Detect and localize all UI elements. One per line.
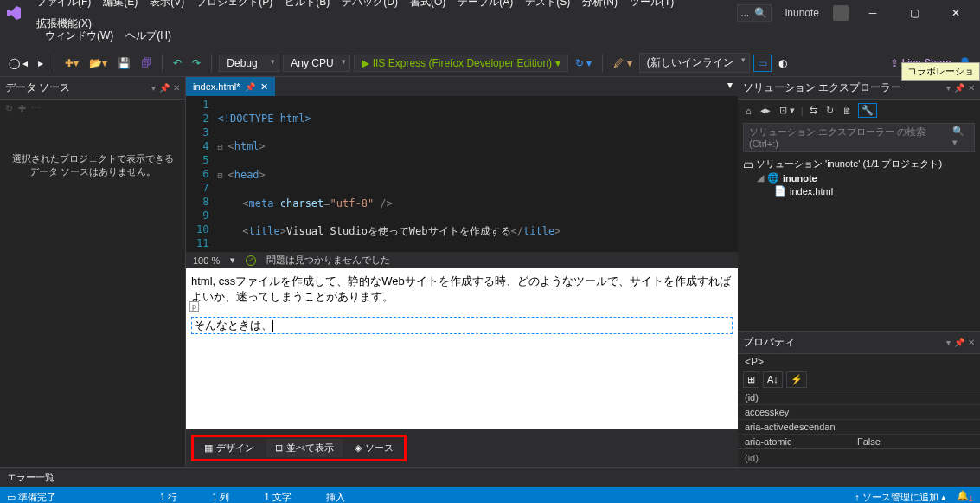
events-icon[interactable]: ⚡ [786,371,807,388]
property-description: (id) [738,448,980,467]
pin-icon[interactable]: 📌 [159,83,170,93]
menu-project[interactable]: プロジェクト(P) [191,0,278,12]
collapse-icon[interactable]: ◂▸ [758,104,773,117]
dropdown-icon[interactable]: ▾ [946,83,951,93]
tab-close-icon[interactable]: ✕ [260,81,268,93]
preview-paragraph-2-selected[interactable]: そんなときは、 [191,317,733,334]
status-char: 1 文字 [264,491,291,504]
element-tag-badge: p [189,301,199,312]
refresh-icon[interactable]: ↻ [823,104,836,117]
zoom-level[interactable]: 100 % [193,255,220,266]
categorized-icon[interactable]: ⊞ [743,371,759,388]
tab-index-html[interactable]: index.html* 📌 ✕ [186,77,275,96]
redo-button[interactable]: ↷ [189,55,204,71]
editor-area: index.html* 📌 ✕ ▾ 123456789101112 <!DOCT… [186,77,738,467]
undo-button[interactable]: ↶ [170,55,185,71]
quick-launch-search[interactable]: ... 🔍 [737,4,772,22]
globe-icon: 🌐 [767,172,779,184]
refresh-icon[interactable]: ↻ [5,103,13,114]
properties-panel: プロパティ ▾📌✕ <P> ⊞ A↓ ⚡ (id) accesskey aria… [738,331,980,467]
window-maximize-button[interactable]: ▢ [897,3,932,24]
solution-platform-combo[interactable]: Any CPU [283,55,349,72]
status-ready: ▭ 準備完了 [7,491,56,504]
dropdown-icon[interactable]: ▾ [946,338,951,347]
more-icon[interactable]: ⋯ [31,103,41,114]
data-sources-toolbar: ↻ ✚ ⋯ [0,100,185,118]
titlebar: ファイル(F) 編集(E) 表示(V) プロジェクト(P) ビルド(B) デバッ… [0,0,980,26]
nav-back-button[interactable]: ◯ ◂ [5,55,31,71]
user-avatar-icon[interactable] [833,5,849,21]
menu-debug[interactable]: デバッグ(D) [336,0,403,12]
signed-in-user[interactable]: inunote [785,7,819,19]
solution-search-input[interactable]: ソリューション エクスプローラー の検索 (Ctrl+:)🔍▾ [743,123,975,152]
properties-selection[interactable]: <P> [738,354,980,370]
new-project-button[interactable]: ✚▾ [61,55,82,71]
menu-tools[interactable]: ツール(T) [625,0,679,12]
collab-tooltip: コラボレーショ [901,62,980,81]
menu-build[interactable]: ビルド(B) [279,0,335,12]
vs-logo-icon [7,6,21,20]
scope-icon[interactable]: ⊡ ▾ [777,104,797,117]
code-editor[interactable]: 123456789101112 <!DOCTYPE html> ⊟<html> … [186,96,738,252]
start-debug-button[interactable]: ▶ IIS Express (Firefox Developer Edition… [354,55,568,72]
alphabetical-icon[interactable]: A↓ [763,371,783,388]
error-list-panel-title[interactable]: エラー一覧 [0,467,980,487]
properties-icon[interactable]: 🔧 [858,103,877,118]
menu-table[interactable]: テーブル(A) [452,0,518,12]
close-panel-icon[interactable]: ✕ [968,338,975,347]
data-sources-title: データ ソース [5,81,70,95]
design-preview[interactable]: html, cssファイルを作成して、静的なWebサイトを作成する時、どのような… [186,268,738,429]
pin-icon[interactable]: 📌 [954,338,964,347]
solution-tree[interactable]: 🗃ソリューション 'inunote' (1/1 プロジェクト) ◢🌐inunot… [738,153,980,201]
project-node[interactable]: ◢🌐inunote [743,171,975,184]
pin-icon[interactable]: 📌 [954,83,964,93]
menu-analyze[interactable]: 分析(N) [577,0,623,12]
source-view-tab[interactable]: ◈ ソース [346,439,402,457]
menu-file[interactable]: ファイル(F) [31,0,96,12]
open-file-button[interactable]: 📂▾ [86,55,111,71]
save-button[interactable]: 💾 [114,55,134,71]
menu-edit[interactable]: 編集(E) [98,0,143,12]
save-all-button[interactable]: 🗐 [138,55,155,71]
tab-dropdown-icon[interactable]: ▾ [722,77,738,96]
solution-toolbar: ⌂ ◂▸ ⊡ ▾ | ⇆ ↻ 🗎 🔧 [738,100,980,121]
solution-root-node[interactable]: 🗃ソリューション 'inunote' (1/1 プロジェクト) [743,157,975,171]
new-inline-style-button[interactable]: 🖉 ▾ [610,55,635,71]
window-close-button[interactable]: ✕ [938,3,973,24]
solution-config-combo[interactable]: Debug [219,55,279,72]
toggle-button[interactable]: ◐ [775,55,791,71]
menu-window[interactable]: ウィンドウ(W) [40,26,118,46]
properties-toolbar: ⊞ A↓ ⚡ [738,370,980,390]
code-content[interactable]: <!DOCTYPE html> ⊟<html> ⊟<head> <meta ch… [214,96,618,252]
menu-view[interactable]: 表示(V) [144,0,189,12]
browser-link-refresh-button[interactable]: ↻ ▾ [572,55,595,71]
nav-forward-button[interactable]: ▸ [35,55,47,71]
menu-test[interactable]: テスト(S) [520,0,575,12]
menu-format[interactable]: 書式(O) [405,0,451,12]
home-icon[interactable]: ⌂ [743,105,754,117]
notifications-icon[interactable]: 🔔1 [957,490,973,503]
view-mode-tabs: ▦ デザイン ⊞ 並べて表示 ◈ ソース [186,429,738,467]
tab-pin-icon[interactable]: 📌 [245,82,255,92]
window-minimize-button[interactable]: ─ [855,3,890,24]
editor-status-line: 100 %▾ ✓ 問題は見つかりませんでした [186,252,738,268]
split-view-tab[interactable]: ⊞ 並べて表示 [266,439,343,457]
status-bar: ▭ 準備完了 1 行 1 列 1 文字 挿入 ↑ ソース管理に追加 ▴ 🔔1 [0,487,980,503]
sync-icon[interactable]: ⇆ [807,104,820,117]
dropdown-icon[interactable]: ▾ [151,83,156,93]
close-panel-icon[interactable]: ✕ [173,83,180,93]
show-all-icon[interactable]: 🗎 [840,105,855,117]
show-overlay-button[interactable]: ▭ [753,55,772,72]
design-view-tab[interactable]: ▦ デザイン [195,439,263,457]
properties-grid[interactable]: (id) accesskey aria-activedescendan aria… [738,390,980,448]
html-file-icon: 📄 [774,185,786,197]
file-node-index-html[interactable]: 📄index.html [743,184,975,197]
source-control-button[interactable]: ↑ ソース管理に追加 ▴ [855,491,946,504]
menu-help[interactable]: ヘルプ(H) [120,26,176,46]
no-data-sources-message: 選択されたプロジェクトで表示できるデータ ソースはありません。 [0,118,185,213]
main-toolbar: ◯ ◂ ▸ ✚▾ 📂▾ 💾 🗐 ↶ ↷ Debug Any CPU ▶ IIS … [0,49,980,77]
target-rule-combo[interactable]: (新しいインライン [639,53,750,73]
close-panel-icon[interactable]: ✕ [968,83,975,93]
add-icon[interactable]: ✚ [18,103,26,114]
data-sources-panel: データ ソース ▾📌✕ ↻ ✚ ⋯ 選択されたプロジェクトで表示できるデータ ソ… [0,77,186,467]
